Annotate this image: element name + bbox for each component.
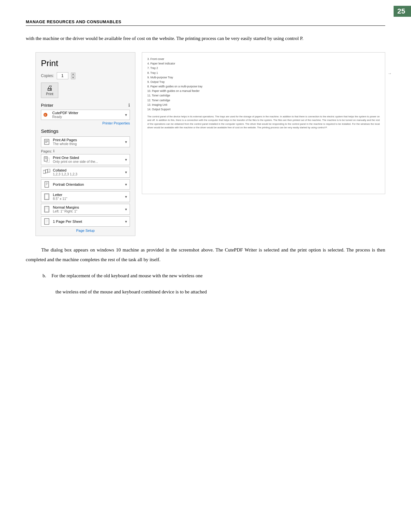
print-button[interactable]: 🖨 Print [41, 83, 58, 98]
print-preview: 3. Front cover 4. Paper level indicator … [142, 52, 385, 194]
list-item-b-container: b. For the replacement of the old keyboa… [43, 271, 385, 297]
setting2-arrow: ▼ [124, 158, 128, 162]
setting6-arrow: ▼ [124, 208, 128, 211]
setting-one-sided[interactable]: Print One Sided Only print on one side o… [41, 154, 130, 165]
preview-list: 3. Front cover 4. Paper level indicator … [147, 57, 380, 112]
printer-status: Ready [52, 115, 107, 119]
list-item-b-label: b. [43, 271, 50, 281]
setting-margins[interactable]: Normal Margins Left: 1" Right: 1" ▼ [41, 204, 130, 215]
svg-rect-11 [43, 170, 45, 173]
preview-item-8a: 8. Tray 1 [147, 71, 380, 75]
page-number: 25 [394, 6, 411, 17]
printer-name: CutePDF Writer [52, 111, 122, 115]
settings-section-title: Settings [41, 128, 130, 134]
printer-icon: 🖨 [46, 85, 53, 91]
setting-letter-text: Letter 8.5" x 11" [53, 193, 122, 201]
setting-letter[interactable]: Letter 8.5" x 11" ▼ [41, 191, 130, 202]
svg-rect-12 [45, 170, 48, 173]
preview-item-9b: 9. Output Tray [147, 80, 380, 84]
spinner-down[interactable]: ▼ [71, 76, 75, 79]
pages-per-sheet-icon [43, 218, 50, 225]
setting-pages-per-sheet[interactable]: 1 Page Per Sheet ▼ [41, 216, 130, 227]
page-setup-link[interactable]: Page Setup [41, 229, 130, 232]
spinner-up[interactable]: ▲ [71, 73, 75, 76]
print-all-pages-icon [43, 138, 50, 145]
svg-rect-13 [48, 169, 50, 172]
margins-icon [43, 206, 50, 213]
preview-body: The control panel of the device helps in… [147, 115, 380, 129]
preview-item-8b: 8. Paper width guides on a multi-purpose… [147, 84, 380, 89]
print-dialog: Print Copies: 1 ▲ ▼ 🖨 Print [35, 52, 135, 236]
printer-info-icon: ℹ [128, 103, 130, 108]
preview-item-13: 13. Imaging Unit [147, 103, 380, 107]
para-after-dialog: The dialog box appears on windows 10 mac… [26, 245, 385, 264]
preview-item-14: 14. Output Support [147, 107, 380, 112]
printer-properties-link[interactable]: Printer Properties [41, 121, 130, 125]
setting-portrait-text: Portrait Orientation [53, 182, 122, 186]
preview-item-9a: 9. Multi-purpose Tray [147, 75, 380, 80]
svg-text:C: C [44, 114, 46, 116]
one-sided-icon [43, 156, 50, 163]
list-item-b-text: For the replacement of the old keyboard … [52, 273, 203, 278]
pages-info-icon: ℹ [53, 149, 54, 153]
list-item-b: b. For the replacement of the old keyboa… [43, 271, 385, 281]
list-item-b-continuation: the wireless end of the mouse and keyboa… [55, 287, 385, 297]
preview-item-10: 10. Paper width guides on a manual feede… [147, 89, 380, 93]
setting-one-sided-text: Print One Sided Only print on one side o… [53, 156, 122, 163]
section-heading: MANAGE RESOURCES AND CONSUMABLES [26, 19, 385, 26]
setting-collated[interactable]: Collated 1,2,3 1,2,3 1,2,3 ▼ [41, 167, 130, 178]
collated-icon [43, 169, 50, 176]
setting-collated-text: Collated 1,2,3 1,2,3 1,2,3 [53, 168, 122, 176]
cutepdf-svg: C [44, 112, 50, 117]
setting-margins-text: Normal Margins Left: 1" Right: 1" [53, 205, 122, 213]
svg-rect-14 [45, 182, 49, 187]
svg-rect-19 [45, 194, 48, 199]
print-dialog-title: Print [41, 58, 130, 68]
printer-name-block: CutePDF Writer Ready [52, 111, 122, 119]
printer-select[interactable]: C CutePDF Writer Ready ▼ [41, 110, 130, 120]
svg-rect-24 [44, 219, 49, 224]
printer-dropdown-arrow[interactable]: ▼ [124, 113, 128, 117]
copies-row: Copies: 1 ▲ ▼ [41, 72, 130, 79]
copies-input[interactable]: 1 [57, 72, 68, 79]
nav-arrow: → [387, 71, 392, 76]
setting4-arrow: ▼ [124, 183, 128, 186]
copies-label: Copies: [41, 74, 54, 78]
svg-rect-7 [44, 157, 47, 161]
svg-rect-3 [44, 139, 49, 144]
setting7-arrow: ▼ [124, 220, 128, 223]
dialog-area: Print Copies: 1 ▲ ▼ 🖨 Print [26, 52, 385, 236]
printer-section: Printer ℹ C CutePD [41, 103, 130, 125]
setting3-arrow: ▼ [124, 171, 128, 174]
preview-item-7: 7. Tray 2 [147, 66, 380, 70]
setting-pages-per-sheet-text: 1 Page Per Sheet [53, 220, 122, 223]
preview-item-4: 4. Paper level indicator [147, 62, 380, 66]
preview-item-3: 3. Front cover [147, 57, 380, 61]
setting-print-all-pages-text: Print All Pages The whole thing [53, 138, 122, 146]
intro-paragraph: with the machine or the driver would be … [26, 34, 385, 43]
preview-item-12: 12. Toner cartridge [147, 98, 380, 103]
setting-portrait[interactable]: Portrait Orientation ▼ [41, 179, 130, 190]
setting1-arrow: ▼ [124, 140, 128, 144]
copies-spinner[interactable]: ▲ ▼ [71, 73, 75, 79]
letter-icon [43, 193, 50, 200]
pages-label: Pages: ℹ [41, 149, 130, 153]
print-button-label: Print [46, 92, 54, 96]
svg-rect-21 [45, 207, 48, 212]
print-button-area: 🖨 Print [41, 83, 130, 98]
preview-item-11: 11. Toner cartridge [147, 94, 380, 98]
cutepdf-icon: C [43, 112, 50, 118]
setting-print-all-pages[interactable]: Print All Pages The whole thing ▼ [41, 136, 130, 147]
portrait-icon [43, 181, 50, 188]
printer-section-title: Printer ℹ [41, 103, 130, 108]
setting5-arrow: ▼ [124, 195, 128, 199]
